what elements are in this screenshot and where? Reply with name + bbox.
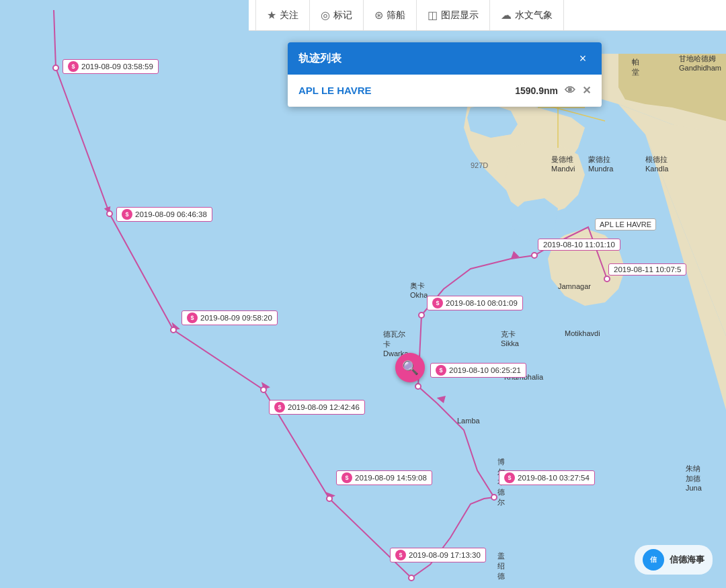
place-somnath: 盖绍德	[497, 551, 505, 581]
s-icon-1: $	[68, 61, 79, 72]
track-panel-body: APL LE HAVRE 1590.9nm 👁 ✕	[288, 75, 602, 107]
track-label-3: $ 2019-08-09 09:58:20	[182, 310, 278, 325]
watermark-logo: 信	[643, 549, 664, 571]
track-label-11: 2019-08-11 10:07:5	[608, 263, 686, 276]
track-label-5: $ 2019-08-09 14:59:08	[336, 470, 432, 485]
track-dot-10[interactable]	[531, 252, 538, 259]
track-label-1: $ 2019-08-09 03:58:59	[63, 59, 159, 74]
place-motikhavdi: Motikhavdi	[565, 329, 600, 337]
track-time-6: 2019-08-09 17:13:30	[409, 551, 481, 559]
road-num-927d: 927D	[471, 161, 488, 169]
track-time-9: 2019-08-10 08:01:09	[446, 299, 518, 307]
track-panel-close[interactable]: ×	[575, 50, 591, 67]
track-dot-11[interactable]	[604, 276, 610, 282]
track-time-7: 2019-08-10 03:27:54	[518, 474, 590, 482]
track-time-1: 2019-08-09 03:58:59	[81, 62, 153, 71]
track-label-4: $ 2019-08-09 12:42:46	[269, 400, 365, 415]
hydro-icon: ☁	[501, 9, 512, 22]
toolbar-hydro[interactable]: ☁ 水文气象	[490, 0, 564, 30]
place-mundra: 蒙德拉Mundra	[588, 155, 613, 173]
place-bhachau: 帕堂	[632, 57, 639, 77]
s-icon-7: $	[504, 472, 515, 483]
track-dot-6[interactable]	[408, 575, 415, 581]
track-dot-4[interactable]	[260, 386, 267, 393]
track-label-10: 2019-08-10 11:01:10	[538, 239, 620, 251]
track-dot-1[interactable]	[52, 65, 59, 71]
ship-map-name: APL LE HAVRE	[600, 220, 651, 228]
track-time-3: 2019-08-09 09:58:20	[200, 314, 272, 322]
place-jamnagar: Jamnagar	[558, 282, 591, 290]
track-eye-icon[interactable]: 👁	[565, 85, 575, 97]
track-distance: 1590.9nm	[515, 85, 558, 96]
track-time-2: 2019-08-09 06:46:38	[135, 210, 207, 218]
place-lamba: Lamba	[457, 417, 480, 425]
toolbar-follow[interactable]: ★ 关注	[255, 0, 310, 30]
track-time-11: 2019-08-11 10:07:5	[614, 265, 681, 274]
track-time-8: 2019-08-10 06:25:21	[449, 366, 521, 374]
s-icon-9: $	[432, 298, 443, 308]
toolbar-filter-label: 筛船	[387, 9, 405, 22]
s-icon-4: $	[274, 402, 285, 413]
track-panel-title: 轨迹列表	[298, 52, 341, 66]
toolbar-hydro-label: 水文气象	[515, 9, 553, 22]
toolbar-follow-label: 关注	[280, 9, 298, 22]
track-distance-info: 1590.9nm 👁 ✕	[515, 84, 591, 97]
ship-name: APL LE HAVRE	[298, 85, 372, 96]
place-gandhidham: 甘地哈德姆Gandhidham	[679, 54, 721, 72]
place-mandvi: 曼德维Mandvi	[551, 155, 575, 173]
place-junagadh: 朱纳加德Juna	[686, 464, 702, 492]
track-time-10: 2019-08-10 11:01:10	[543, 241, 615, 249]
toolbar: ★ 关注 ◎ 标记 ⊛ 筛船 ◫ 图层显示 ☁ 水文气象	[249, 0, 726, 31]
watermark-text: 信德海事	[670, 554, 704, 566]
track-panel: 轨迹列表 × APL LE HAVRE 1590.9nm 👁 ✕	[288, 42, 602, 107]
watermark: 信 信德海事	[635, 545, 713, 575]
track-label-8: $ 2019-08-10 06:25:21	[430, 363, 526, 378]
track-label-9: $ 2019-08-10 08:01:09	[427, 296, 523, 310]
toolbar-layers[interactable]: ◫ 图层显示	[417, 0, 490, 30]
track-time-5: 2019-08-09 14:59:08	[355, 474, 427, 482]
toolbar-mark-label: 标记	[333, 9, 352, 22]
track-dot-2[interactable]	[106, 210, 113, 217]
track-panel-header: 轨迹列表 ×	[288, 42, 602, 75]
s-icon-5: $	[341, 472, 352, 483]
filter-icon: ⊛	[374, 9, 383, 22]
toolbar-layers-label: 图层显示	[441, 9, 479, 22]
track-label-6: $ 2019-08-09 17:13:30	[390, 548, 486, 562]
s-icon-6: $	[395, 550, 406, 560]
track-delete-icon[interactable]: ✕	[582, 84, 591, 97]
layers-icon: ◫	[428, 9, 438, 22]
toolbar-mark[interactable]: ◎ 标记	[310, 0, 364, 30]
watermark-logo-char: 信	[650, 555, 657, 564]
place-kandla: 根德拉Kandla	[645, 155, 668, 173]
track-label-7: $ 2019-08-10 03:27:54	[499, 470, 595, 485]
place-okha: 奥卡Okha	[410, 281, 428, 299]
track-dot-7[interactable]	[491, 494, 497, 501]
ship-map-label: APL LE HAVRE	[595, 218, 656, 230]
track-dot-3[interactable]	[170, 327, 177, 333]
track-dot-9[interactable]	[418, 312, 425, 319]
place-sikka: 克卡Sikka	[501, 329, 519, 347]
s-icon-8: $	[436, 365, 446, 376]
search-icon: 🔍	[402, 360, 419, 376]
track-dot-5[interactable]	[326, 495, 333, 502]
search-button[interactable]: 🔍	[395, 353, 425, 382]
track-time-4: 2019-08-09 12:42:46	[288, 403, 360, 411]
s-icon-2: $	[122, 209, 132, 220]
follow-icon: ★	[267, 9, 276, 22]
mark-icon: ◎	[321, 9, 330, 22]
track-dot-8[interactable]	[415, 383, 421, 390]
track-label-2: $ 2019-08-09 06:46:38	[116, 207, 212, 222]
s-icon-3: $	[187, 312, 198, 323]
toolbar-filter[interactable]: ⊛ 筛船	[364, 0, 417, 30]
